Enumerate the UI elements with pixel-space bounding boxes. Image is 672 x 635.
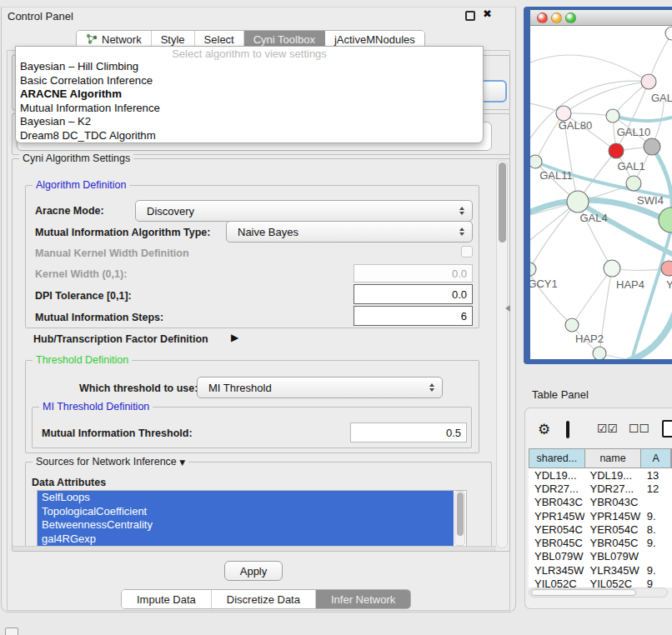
float-window-icon[interactable]: [465, 11, 475, 21]
zoom-traffic-light-icon[interactable]: [565, 12, 576, 23]
network-node-gal10[interactable]: [606, 109, 619, 122]
aracne-mode-combo[interactable]: Discovery: [135, 200, 473, 222]
which-threshold-label: Which threshold to use:: [79, 382, 198, 394]
table-cell: YIL052C: [529, 578, 584, 588]
network-node-gal1[interactable]: [609, 143, 624, 158]
mi-threshold-label: Mutual Information Threshold:: [42, 428, 193, 439]
unchecked-pair-icon[interactable]: ☐☐: [629, 422, 649, 435]
sources-legend-text: Sources for Network Inference: [36, 456, 177, 468]
attribute-list-scrollbar[interactable]: [454, 491, 465, 546]
table-cell: YPR145W: [529, 510, 584, 522]
page-icon[interactable]: [662, 420, 672, 438]
checked-pair-icon[interactable]: ☑☑: [597, 422, 618, 435]
network-node-gal11[interactable]: [530, 155, 542, 168]
attribute-item-gal4rgexp[interactable]: gal4RGexp: [38, 532, 454, 547]
mi-threshold-field[interactable]: 0.5: [350, 422, 467, 442]
network-node-gcy1[interactable]: [530, 262, 536, 276]
network-node-label: GAL11: [539, 169, 573, 182]
algorithm-dropdown: Select algorithm to view settings Bayesi…: [15, 46, 484, 143]
panel-collapse-arrow-icon[interactable]: [505, 305, 510, 312]
column-header-a[interactable]: A: [641, 449, 671, 468]
tab-label: Network: [102, 33, 142, 46]
column-header-shared[interactable]: shared...: [529, 449, 585, 468]
network-node-label: GAL: [651, 92, 672, 104]
network-canvas[interactable]: GALGAL80GAL10GAL1GAL11SWI4GAL4GCY1HAP4YH…: [530, 26, 672, 359]
network-node[interactable]: [593, 347, 606, 359]
network-node-hap2[interactable]: [565, 318, 579, 332]
mi-type-label: Mutual Information Algorithm Type:: [35, 227, 210, 238]
table-row[interactable]: YIL052CYIL052C9: [529, 577, 672, 588]
table-cell: YBL079W: [584, 550, 641, 562]
dropdown-item-basic-correlation-inference[interactable]: Basic Correlation Inference: [16, 74, 483, 88]
table-row[interactable]: YBR043CYBR043C: [529, 496, 672, 509]
table-hscrollbar-thumb[interactable]: [531, 589, 636, 596]
sources-legend: Sources for Network Inference ▼: [33, 456, 188, 468]
attribute-item-selfloops[interactable]: SelfLoops: [38, 491, 454, 505]
kernel-width-value: 0.0: [452, 268, 467, 280]
network-node[interactable]: [644, 138, 660, 155]
combo-stepper-icon: [429, 383, 434, 392]
network-node-hap4[interactable]: [604, 260, 620, 277]
bottom-tab-infer-network[interactable]: Infer Network: [316, 590, 410, 608]
dropdown-item-bayesian-hill-climbing[interactable]: Bayesian – Hill Climbing: [16, 60, 483, 74]
minimize-traffic-light-icon[interactable]: [551, 12, 562, 23]
network-node[interactable]: [659, 208, 672, 232]
dropdown-item-bayesian-k2[interactable]: Bayesian – K2: [16, 115, 483, 129]
settings-scrollbar[interactable]: [496, 160, 508, 548]
bottom-tab-discretize-data[interactable]: Discretize Data: [212, 590, 316, 608]
expand-right-icon[interactable]: ▶: [231, 332, 238, 343]
dropdown-item-mutual-information-inference[interactable]: Mutual Information Inference: [16, 102, 483, 116]
apply-button[interactable]: Apply: [224, 561, 283, 581]
table-header: shared...nameA: [529, 448, 672, 468]
manual-kernel-checkbox: [461, 246, 473, 258]
mi-steps-field[interactable]: 6: [354, 306, 473, 326]
dpi-tolerance-field[interactable]: 0.0: [354, 284, 473, 304]
network-node-label: Y: [666, 278, 672, 291]
table-row[interactable]: YPR145WYPR145W9.: [529, 509, 672, 522]
table-cell: YBR043C: [584, 496, 641, 508]
table-row[interactable]: YLR345WYLR345W9.: [529, 563, 672, 577]
mi-type-combo[interactable]: Naive Bayes: [226, 221, 473, 242]
bottom-tab-impute-data[interactable]: Impute Data: [122, 590, 212, 608]
network-node-label: HAP4: [616, 278, 644, 291]
table-row[interactable]: YBL079WYBL079W: [529, 550, 672, 563]
data-attributes-list[interactable]: SelfLoopsTopologicalCoefficientBetweenne…: [37, 490, 467, 547]
table-hscrollbar[interactable]: [529, 588, 668, 598]
network-node[interactable]: [665, 27, 672, 40]
table-row[interactable]: YBR045CYBR045C9.: [529, 536, 672, 549]
network-tree-icon: [86, 33, 102, 47]
table-cell: YDL19...: [584, 469, 641, 482]
tab-label: Cyni Toolbox: [253, 33, 315, 46]
table-row[interactable]: YDR27...YDR27...12: [529, 482, 672, 495]
network-node-gal4[interactable]: [567, 191, 589, 212]
attribute-item-betweennesscentrality[interactable]: BetweennessCentrality: [38, 518, 454, 532]
table-rows: YDL19...YDL19...13YDR27...YDR27...12YBR0…: [529, 468, 672, 588]
network-window-titlebar[interactable]: [530, 10, 672, 26]
table-row[interactable]: YDL19...YDL19...13: [529, 468, 672, 482]
close-traffic-light-icon[interactable]: [537, 12, 548, 23]
minimized-panel-icon[interactable]: [5, 628, 18, 635]
columns-icon[interactable]: [566, 421, 569, 438]
which-threshold-combo[interactable]: MI Threshold: [197, 377, 443, 398]
column-header-name[interactable]: name: [585, 449, 642, 468]
network-node-label: GAL4: [579, 212, 607, 224]
close-icon[interactable]: ✖: [483, 8, 492, 20]
attribute-list-scrollbar-thumb[interactable]: [457, 492, 464, 536]
table-cell: 8.: [642, 523, 672, 536]
gear-icon[interactable]: ⚙: [538, 421, 550, 438]
hub-definition-label[interactable]: Hub/Transcription Factor Definition: [33, 333, 208, 345]
table-row[interactable]: YER054CYER054C8.: [529, 522, 672, 536]
settings-hscroll[interactable]: [13, 546, 496, 551]
dropdown-item-dream8-dc-tdc-algorithm[interactable]: Dream8 DC_TDC Algorithm: [16, 129, 483, 143]
tab-label: Style: [161, 33, 185, 46]
attribute-item-topologicalcoefficient[interactable]: TopologicalCoefficient: [38, 505, 454, 519]
table-cell: 12: [642, 482, 672, 495]
settings-scrollbar-thumb[interactable]: [499, 162, 506, 242]
table-cell: YBL079W: [529, 550, 584, 562]
network-node-gal[interactable]: [641, 74, 656, 89]
expand-down-icon[interactable]: ▼: [179, 458, 185, 467]
network-node-y[interactable]: [661, 261, 672, 276]
which-threshold-value: MI Threshold: [208, 382, 272, 394]
dropdown-item-aracne-algorithm[interactable]: ARACNE Algorithm: [16, 88, 483, 102]
network-node-swi4[interactable]: [626, 176, 641, 191]
